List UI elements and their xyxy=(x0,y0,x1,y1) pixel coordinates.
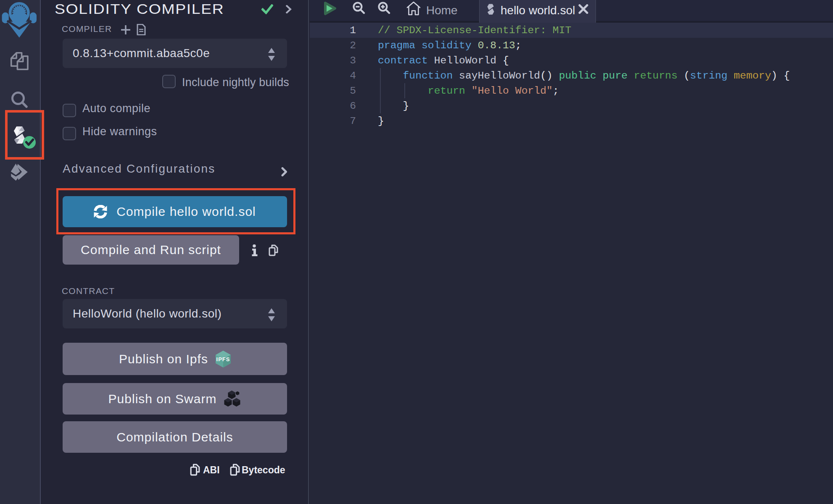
svg-text:IPFS: IPFS xyxy=(216,356,230,362)
